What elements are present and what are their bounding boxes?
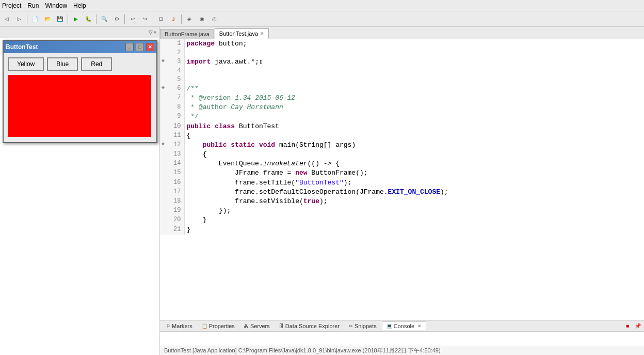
line-marker <box>160 215 166 225</box>
stop-icon[interactable]: ■ <box>623 322 632 330</box>
line-marker <box>160 178 166 188</box>
toolbar-open[interactable]: 📂 <box>42 13 53 25</box>
tab-close-icon[interactable]: ✕ <box>260 31 264 36</box>
toolbar-extra1[interactable]: ◈ <box>184 13 195 25</box>
line-marker <box>160 188 166 197</box>
line-number: 4 <box>166 67 184 75</box>
line-marker <box>160 75 166 84</box>
line-number: 1 <box>166 39 184 49</box>
tab-console[interactable]: 💻 Console ✕ <box>382 321 426 330</box>
line-marker <box>160 122 166 131</box>
button-test-content: Yellow Blue Red <box>4 53 156 141</box>
toolbar: ◁ ▷ 📄 📂 💾 ▶ 🐛 🔍 ⚙ ↩ ↪ ⊡ J ◈ ◉ ◎ <box>0 11 644 27</box>
line-marker <box>160 131 166 141</box>
line-number: 10 <box>166 122 184 131</box>
tab-label: ButtonTest.java <box>219 30 258 37</box>
toolbar-extra3[interactable]: ◎ <box>208 13 220 25</box>
code-editor[interactable]: 1package button;2◆3import java.awt.*;▯45… <box>160 39 644 320</box>
line-number: 13 <box>166 150 184 159</box>
line-number: 20 <box>166 215 184 225</box>
blue-button[interactable]: Blue <box>47 57 78 71</box>
line-code: EventQueue.invokeLater(() -> { <box>184 159 644 168</box>
tab-datasource[interactable]: 🗄 Data Source Explorer <box>275 322 344 330</box>
toolbar-search[interactable]: 🔍 <box>99 13 110 25</box>
tab-label: Data Source Explorer <box>285 323 340 329</box>
tab-buttonframe[interactable]: ButtonFrame.java <box>160 29 214 39</box>
bottom-panel-icons: ■ 📌 <box>623 322 642 330</box>
line-number: 15 <box>166 168 184 178</box>
line-code: frame.setTitle("ButtonTest"); <box>184 178 644 188</box>
tab-label: Properties <box>209 323 235 329</box>
line-number: 21 <box>166 225 184 235</box>
editor-tabs: ButtonFrame.java ButtonTest.java ✕ <box>160 27 644 39</box>
tab-properties[interactable]: 📋 Properties <box>198 322 239 330</box>
close-button[interactable]: ✕ <box>146 43 154 51</box>
line-number: 16 <box>166 178 184 188</box>
toolbar-ref[interactable]: ⚙ <box>111 13 122 25</box>
line-marker <box>160 39 166 49</box>
line-code: public static void main(String[] args) <box>184 141 644 150</box>
toolbar-debug[interactable]: 🐛 <box>83 13 94 25</box>
console-status-text: ButtonTest [Java Application] C:\Program… <box>164 347 441 354</box>
tab-label: Servers <box>250 323 270 329</box>
button-test-titlebar: ButtonTest _ □ ✕ <box>4 41 156 53</box>
line-number: 3 <box>166 57 184 67</box>
maximize-button[interactable]: □ <box>136 43 144 51</box>
line-code <box>184 67 644 75</box>
toolbar-new[interactable]: 📄 <box>29 13 41 25</box>
button-test-title: ButtonTest <box>6 43 123 51</box>
line-marker <box>160 206 166 215</box>
line-number: 8 <box>166 103 184 112</box>
red-button[interactable]: Red <box>81 57 112 71</box>
properties-icon: 📋 <box>202 323 207 329</box>
tab-servers[interactable]: 🖧 Servers <box>240 322 274 330</box>
toolbar-sep-6 <box>181 14 182 24</box>
code-table: 1package button;2◆3import java.awt.*;▯45… <box>160 39 644 235</box>
toolbar-extra2[interactable]: ◉ <box>196 13 207 25</box>
line-number: 17 <box>166 188 184 197</box>
line-code <box>184 75 644 84</box>
yellow-button[interactable]: Yellow <box>8 57 44 71</box>
menu-window[interactable]: Window <box>45 2 67 9</box>
line-marker <box>160 168 166 178</box>
line-number: 2 <box>166 49 184 57</box>
pin-icon[interactable]: 📌 <box>634 322 642 330</box>
toolbar-save[interactable]: 💾 <box>54 13 66 25</box>
line-marker <box>160 94 166 103</box>
toolbar-perspective[interactable]: ⊡ <box>155 13 167 25</box>
menu-run[interactable]: Run <box>27 2 39 9</box>
toolbar-run[interactable]: ▶ <box>70 13 82 25</box>
toolbar-back[interactable]: ◁ <box>1 13 12 25</box>
menubar: Project Run Window Help <box>0 0 644 11</box>
line-number: 11 <box>166 131 184 141</box>
toolbar-java-persp[interactable]: J <box>168 13 179 25</box>
line-number: 7 <box>166 94 184 103</box>
menu-help[interactable]: Help <box>73 2 86 9</box>
toolbar-sep-5 <box>153 14 153 24</box>
tab-snippets[interactable]: ✂ Snippets <box>345 322 381 330</box>
sidebar-titlebar: ▽ ▿ <box>0 27 159 38</box>
tab-markers[interactable]: ⚐ Markers <box>162 322 197 330</box>
sidebar-collapse[interactable]: ▽ <box>149 29 153 35</box>
snippets-icon: ✂ <box>349 323 353 329</box>
console-tab-close[interactable]: ✕ <box>417 323 422 329</box>
minimize-button[interactable]: _ <box>125 43 134 51</box>
tab-buttontest[interactable]: ButtonTest.java ✕ <box>215 28 269 39</box>
line-code: } <box>184 215 644 225</box>
toolbar-undo[interactable]: ↩ <box>127 13 138 25</box>
line-number: 18 <box>166 197 184 206</box>
toolbar-sep-1 <box>27 14 27 24</box>
toolbar-forward[interactable]: ▷ <box>13 13 25 25</box>
button-test-window: ButtonTest _ □ ✕ Yellow Blue Red <box>3 40 157 143</box>
line-code: { <box>184 131 644 141</box>
line-code: * @version 1.34 2015-06-12 <box>184 94 644 103</box>
line-code: * @author Cay Horstmann <box>184 103 644 112</box>
line-code: { <box>184 150 644 159</box>
line-code: JFrame frame = new ButtonFrame(); <box>184 168 644 178</box>
sidebar-menu[interactable]: ▿ <box>154 29 156 35</box>
line-number: 5 <box>166 75 184 84</box>
datasource-icon: 🗄 <box>279 323 284 329</box>
tab-label: Snippets <box>355 323 377 329</box>
toolbar-redo[interactable]: ↪ <box>139 13 151 25</box>
menu-project[interactable]: Project <box>2 2 21 9</box>
